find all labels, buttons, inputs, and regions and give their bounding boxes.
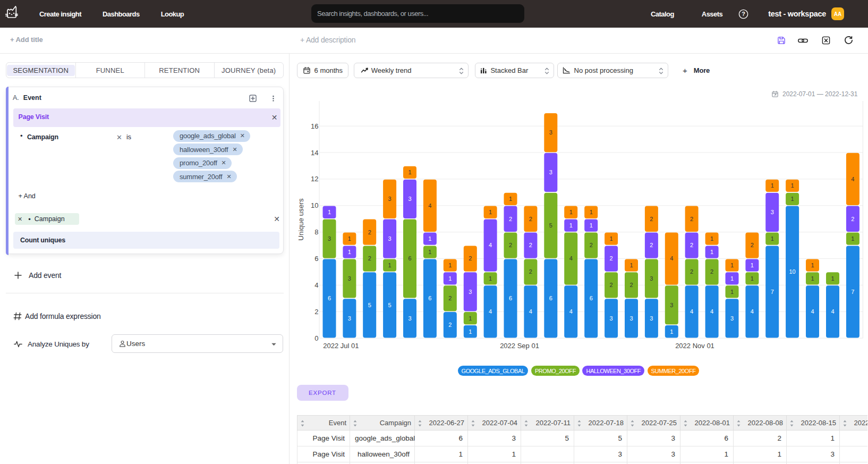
svg-text:1: 1 xyxy=(428,249,431,255)
svg-text:1: 1 xyxy=(771,182,774,189)
svg-text:5: 5 xyxy=(388,302,392,308)
svg-text:8: 8 xyxy=(314,228,318,236)
svg-text:16: 16 xyxy=(311,122,318,130)
svg-text:4: 4 xyxy=(569,255,573,261)
svg-text:7: 7 xyxy=(851,289,854,295)
svg-text:6: 6 xyxy=(549,295,552,301)
svg-text:2: 2 xyxy=(851,216,854,222)
svg-text:4: 4 xyxy=(751,308,754,315)
svg-text:6: 6 xyxy=(590,295,593,301)
svg-text:5: 5 xyxy=(549,222,552,229)
svg-text:2: 2 xyxy=(529,216,532,222)
svg-text:2: 2 xyxy=(509,242,512,248)
svg-text:Unique users: Unique users xyxy=(297,198,305,241)
svg-text:1: 1 xyxy=(469,315,472,322)
svg-text:4: 4 xyxy=(428,203,431,209)
svg-text:1: 1 xyxy=(670,328,673,335)
svg-text:1: 1 xyxy=(791,182,794,189)
svg-text:6: 6 xyxy=(509,295,512,301)
svg-text:2: 2 xyxy=(690,268,693,275)
svg-text:3: 3 xyxy=(388,235,392,242)
svg-text:?: ? xyxy=(742,11,745,17)
svg-text:1: 1 xyxy=(569,209,573,215)
svg-text:2: 2 xyxy=(751,242,754,248)
svg-text:2: 2 xyxy=(710,268,713,275)
svg-text:2: 2 xyxy=(629,282,633,288)
svg-text:3: 3 xyxy=(610,315,613,322)
svg-text:1: 1 xyxy=(710,249,713,255)
svg-text:6: 6 xyxy=(314,255,318,263)
svg-text:3: 3 xyxy=(408,315,411,322)
svg-text:2: 2 xyxy=(509,216,512,222)
svg-text:1: 1 xyxy=(831,275,834,282)
svg-text:4: 4 xyxy=(670,255,673,261)
svg-text:2: 2 xyxy=(610,255,613,261)
svg-text:4: 4 xyxy=(831,308,834,315)
svg-text:1: 1 xyxy=(751,262,754,268)
svg-text:1: 1 xyxy=(710,235,713,242)
svg-text:3: 3 xyxy=(328,235,331,242)
svg-text:1: 1 xyxy=(448,275,452,282)
svg-text:3: 3 xyxy=(629,315,633,322)
svg-text:3: 3 xyxy=(348,315,351,322)
svg-text:2: 2 xyxy=(448,295,452,301)
svg-text:2: 2 xyxy=(529,268,532,275)
svg-text:2: 2 xyxy=(610,282,613,288)
svg-text:1: 1 xyxy=(408,169,411,175)
svg-text:4: 4 xyxy=(314,281,318,289)
svg-text:10: 10 xyxy=(789,268,795,275)
svg-text:4: 4 xyxy=(851,176,854,182)
svg-text:1: 1 xyxy=(730,262,734,268)
svg-text:3: 3 xyxy=(549,129,552,136)
svg-text:1: 1 xyxy=(590,209,593,215)
svg-text:1: 1 xyxy=(428,235,431,242)
svg-text:2: 2 xyxy=(690,242,693,248)
svg-text:1: 1 xyxy=(590,222,593,229)
svg-text:6: 6 xyxy=(428,295,431,301)
svg-text:3: 3 xyxy=(469,289,472,295)
svg-text:1: 1 xyxy=(469,328,472,335)
svg-text:2: 2 xyxy=(469,255,472,261)
svg-text:4: 4 xyxy=(489,242,492,248)
svg-text:12: 12 xyxy=(311,175,318,183)
svg-text:1: 1 xyxy=(388,262,392,268)
svg-text:0: 0 xyxy=(314,334,318,342)
svg-text:1: 1 xyxy=(489,209,492,215)
svg-text:1: 1 xyxy=(629,262,633,268)
svg-text:1: 1 xyxy=(328,209,331,215)
svg-text:1: 1 xyxy=(348,235,351,242)
svg-text:1: 1 xyxy=(489,275,492,282)
svg-text:3: 3 xyxy=(549,169,552,175)
svg-text:2: 2 xyxy=(529,242,532,248)
svg-text:1: 1 xyxy=(791,196,794,202)
svg-text:2: 2 xyxy=(314,308,318,316)
svg-text:1: 1 xyxy=(751,275,754,282)
svg-text:2022 Sep 01: 2022 Sep 01 xyxy=(500,342,539,350)
svg-text:2: 2 xyxy=(448,322,452,328)
svg-text:14: 14 xyxy=(311,149,318,157)
svg-text:1: 1 xyxy=(448,262,452,268)
svg-text:3: 3 xyxy=(408,196,411,202)
svg-text:2022 Nov 01: 2022 Nov 01 xyxy=(675,342,714,350)
svg-text:1: 1 xyxy=(348,249,351,255)
svg-text:3: 3 xyxy=(388,196,392,202)
svg-text:6: 6 xyxy=(328,295,331,301)
svg-text:1: 1 xyxy=(569,222,573,229)
svg-text:2: 2 xyxy=(650,216,653,222)
svg-text:1: 1 xyxy=(610,235,613,242)
svg-text:1: 1 xyxy=(771,235,774,242)
svg-text:1: 1 xyxy=(851,235,854,242)
svg-text:2: 2 xyxy=(650,242,653,248)
svg-text:3: 3 xyxy=(670,302,673,308)
svg-text:4: 4 xyxy=(569,308,573,315)
svg-text:1: 1 xyxy=(811,275,814,282)
svg-text:4: 4 xyxy=(489,308,492,315)
svg-text:3: 3 xyxy=(650,315,653,322)
svg-text:1: 1 xyxy=(730,289,734,295)
svg-text:2022 Jul 01: 2022 Jul 01 xyxy=(323,342,359,350)
svg-text:2: 2 xyxy=(590,242,593,248)
svg-text:2: 2 xyxy=(690,216,693,222)
svg-text:3: 3 xyxy=(348,275,351,282)
svg-text:2: 2 xyxy=(368,229,371,235)
svg-text:7: 7 xyxy=(771,289,774,295)
